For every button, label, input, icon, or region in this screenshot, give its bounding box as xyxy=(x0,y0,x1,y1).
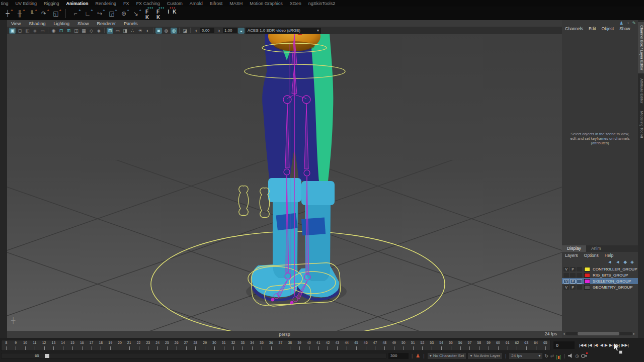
scroll-right-icon[interactable]: ▸ xyxy=(633,332,635,336)
go-to-end-button[interactable]: ▶▶| xyxy=(621,342,629,348)
workspace-tab-fx-caching[interactable]: FX Caching xyxy=(136,1,160,6)
set-breakdown-icon[interactable]: ╫+ xyxy=(15,9,24,18)
set-key-icon[interactable]: ┿+ xyxy=(3,9,12,18)
layer-playback-toggle[interactable] xyxy=(570,273,576,278)
layer-visibility-toggle[interactable]: V xyxy=(564,267,569,272)
workspace-tab-bifrost[interactable]: Bifrost xyxy=(210,1,223,6)
select-camera-icon[interactable]: ▣ xyxy=(9,28,16,34)
workspace-tab-rigging[interactable]: Rigging xyxy=(44,1,59,6)
textured-icon[interactable]: ◙ xyxy=(155,28,162,34)
scale-constraint-icon[interactable]: ◲+ xyxy=(107,9,116,18)
workspace-tab-custom[interactable]: Custom xyxy=(167,1,183,6)
exposure-icon[interactable]: ◖ xyxy=(193,28,199,34)
isolate-select-icon[interactable]: ◉ xyxy=(50,28,57,34)
screen-ao-icon[interactable]: ◍ xyxy=(163,28,170,34)
layer-menu-help[interactable]: Help xyxy=(605,253,613,258)
parent-constraint-icon[interactable]: ⌐+ xyxy=(71,9,80,18)
panel-menu-lighting[interactable]: Lighting xyxy=(53,21,69,26)
time-slider[interactable]: 8910111213141516171819202122232425262728… xyxy=(1,340,550,351)
move-layer-down-icon[interactable]: ◄ xyxy=(615,259,620,265)
bookmark-icon[interactable]: ◆ xyxy=(32,28,38,34)
layer-playback-toggle[interactable]: P xyxy=(570,285,576,290)
grid-icon[interactable]: ⊞ xyxy=(107,28,113,34)
playback-loop-button[interactable]: ↻ xyxy=(544,353,548,358)
xray-joints-icon[interactable]: ◪ xyxy=(182,28,188,34)
pencil-edit-icon[interactable]: ✎ xyxy=(632,21,636,26)
fk-keys-button[interactable]: ●●●F K xyxy=(145,7,155,20)
channel-box-menu-channels[interactable]: Channels xyxy=(565,26,583,31)
workspace-tab-xgen[interactable]: XGen xyxy=(290,1,301,6)
camera-select-icon[interactable]: ◔ xyxy=(626,21,629,26)
workspace-tab-motion-graphics[interactable]: Motion Graphics xyxy=(250,1,283,6)
new-layer-from-selected-icon[interactable]: ◈ xyxy=(630,259,634,265)
move-nearest-key-icon[interactable]: ╙+ xyxy=(27,9,36,18)
layer-display-type-box[interactable] xyxy=(577,279,582,284)
layer-color-swatch[interactable] xyxy=(584,285,590,290)
viewport-canvas[interactable]: ┼ xyxy=(7,34,562,331)
step-back-frame-button[interactable]: |◀ xyxy=(587,342,592,348)
scrollbar-thumb[interactable] xyxy=(578,332,619,335)
lighting-icon[interactable]: ☀ xyxy=(137,28,143,34)
gate-mask-icon[interactable]: ◫ xyxy=(73,28,79,34)
fk-ik-blend-button[interactable]: ●●●F K xyxy=(156,7,167,20)
character-mesh[interactable] xyxy=(262,34,333,181)
side-tab-attribute-editor[interactable]: Attribute Editor xyxy=(638,75,644,107)
layer-visibility-toggle[interactable] xyxy=(564,273,569,278)
gamma-icon[interactable]: ◑ xyxy=(215,28,222,34)
channel-box-menu-show[interactable]: Show xyxy=(619,26,630,31)
workspace-tab-arnold[interactable]: Arnold xyxy=(190,1,203,6)
character-set-icon[interactable]: ♟ xyxy=(416,353,420,358)
side-tab-channel-box-layer-editor[interactable]: Channel Box / Layer Editor xyxy=(638,22,644,73)
lock-camera-icon[interactable]: ◻ xyxy=(17,28,23,34)
object-details-icon[interactable]: ∴ xyxy=(129,28,136,34)
aim-constraint-icon[interactable]: ⊕+ xyxy=(119,9,128,18)
layer-visibility-toggle[interactable]: V xyxy=(564,285,569,290)
shadows-icon[interactable]: ◐ xyxy=(144,28,151,34)
layer-tab-anim[interactable]: Anim xyxy=(586,245,606,252)
layer-row-skeleton-group[interactable]: VPSKELETON_GROUP xyxy=(562,278,638,284)
fps-dropdown[interactable]: 24 fps ▾ xyxy=(509,353,542,359)
pole-vector-constraint-icon[interactable]: ↘+ xyxy=(131,9,140,18)
character-icon[interactable]: ♟ xyxy=(619,21,623,26)
step-back-key-button[interactable]: |◀▪ xyxy=(593,342,599,348)
workspace-tab-ngskintools2[interactable]: ngSkinTools2 xyxy=(308,1,336,6)
layer-display-type-box[interactable] xyxy=(577,285,582,290)
scroll-left-icon[interactable]: ◂ xyxy=(563,332,565,336)
layer-tab-display[interactable]: Display xyxy=(562,245,586,252)
layer-playback-toggle[interactable]: P xyxy=(570,279,576,284)
colorspace-dropdown[interactable]: ACES 1.0 SDR-video (sRGB)▾ xyxy=(246,28,321,34)
channel-box-hscrollbar[interactable]: ◂ ▸ xyxy=(563,331,635,336)
layer-display-type-box[interactable] xyxy=(577,273,582,278)
panel-menu-panels[interactable]: Panels xyxy=(124,21,138,26)
layer-playback-toggle[interactable]: P xyxy=(570,267,576,272)
range-slider[interactable]: 65 xyxy=(1,353,386,358)
shaded-icon[interactable]: ◈ xyxy=(96,28,102,34)
layer-row-controller-group[interactable]: VPCONTROLLER_GROUP xyxy=(562,266,638,272)
snap-keys-icon[interactable]: ◱+ xyxy=(51,9,60,18)
layer-color-swatch[interactable] xyxy=(584,273,590,278)
colorspace-icon[interactable]: ◒ xyxy=(238,28,245,34)
orient-constraint-icon[interactable]: ↪+ xyxy=(95,9,104,18)
panel-menu-renderer[interactable]: Renderer xyxy=(97,21,116,26)
range-slider-handle[interactable] xyxy=(45,354,49,358)
image-plane-icon[interactable]: ▭ xyxy=(39,28,46,34)
play-forwards-button[interactable]: ▶ xyxy=(604,342,608,348)
exposure-field[interactable]: 0.00 xyxy=(200,28,214,33)
animation-end-field[interactable]: 300 xyxy=(388,353,409,359)
safe-action-icon[interactable]: ▦ xyxy=(80,28,87,34)
current-frame-field[interactable]: 0 xyxy=(553,341,575,349)
film-gate-icon[interactable]: ▭ xyxy=(114,28,121,34)
point-constraint-icon[interactable]: ∟+ xyxy=(83,9,92,18)
channel-box-menu-edit[interactable]: Edit xyxy=(589,26,596,31)
set-key-rotate-icon[interactable]: ↷+ xyxy=(39,9,48,18)
panel-menu-shading[interactable]: Shading xyxy=(29,21,45,26)
layer-menu-layers[interactable]: Layers xyxy=(565,253,578,258)
hud-icon[interactable]: ◨ xyxy=(122,28,128,34)
move-layer-up-icon[interactable]: ◄ xyxy=(607,259,612,265)
go-to-start-button[interactable]: |◀◀ xyxy=(579,342,587,348)
mute-button[interactable] xyxy=(568,353,573,358)
motion-blur-icon[interactable]: ◎ xyxy=(171,28,177,34)
anim-layer-dropdown[interactable]: ▾ No Anim Layer xyxy=(468,353,502,359)
wireframe-icon[interactable]: ◇ xyxy=(88,28,95,34)
character-set-dropdown[interactable]: ▾ No Character Set xyxy=(428,353,466,359)
